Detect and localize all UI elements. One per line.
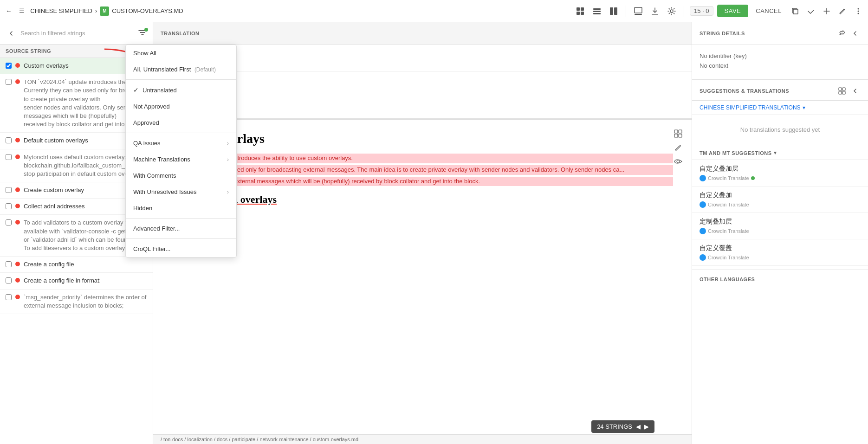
breadcrumb: CHINESE SIMPLIFIED › M CUSTOM-OVERLAYS.M… [30,6,183,16]
string-checkbox[interactable] [6,154,12,160]
dropdown-item-untranslated[interactable]: ✓ Untranslated [126,82,236,98]
edit-preview-button[interactable] [672,142,684,154]
string-checkbox[interactable] [6,63,12,69]
lang-filter-label[interactable]: CHINESE SIMPLIFIED TRANSLATIONS ▾ [700,104,861,111]
string-checkbox[interactable] [6,187,12,193]
dropdown-item-hidden[interactable]: Hidden [126,200,236,216]
save-button[interactable]: SAVE [717,5,749,17]
breadcrumb-filename[interactable]: CUSTOM-OVERLAYS.MD [112,7,183,14]
suggestions-section: SUGGESTIONS & TRANSLATIONS CHINESE SIMPL… [692,80,868,444]
tm-suggestion-3[interactable]: 定制叠加层 Crowdin Translate [692,213,868,239]
svg-point-15 [858,10,859,12]
svg-point-22 [677,160,680,163]
highlighted-paragraph: TON v2024.04 update introduces the abili… [172,154,673,163]
dropdown-item-machine-translations[interactable]: Machine Translations › [126,151,236,167]
tm-suggestion-4[interactable]: 自定义覆盖 Crowdin Translate [692,239,868,266]
more-button[interactable] [852,5,864,17]
strings-count-badge: 24 STRINGS ◀ ▶ [591,420,654,433]
dropdown-item-with-unresolved[interactable]: With Unresolved Issues › [126,184,236,200]
filter-dropdown: Show All All, Untranslated First (Defaul… [125,45,237,257]
lang-filter-arrow: ▾ [803,104,805,111]
tm-title: TM AND MT SUGGESTIONS ▾ [700,150,777,156]
tm-source-name: Crowdin Translate [708,175,749,181]
copy-button[interactable] [789,5,801,17]
string-checkbox[interactable] [6,294,12,300]
crowdin-icon [700,254,706,261]
collapse-left-button[interactable] [6,28,17,39]
layout-list-button[interactable] [590,5,603,18]
tm-source: Crowdin Translate [700,175,861,181]
add-button[interactable] [821,5,833,17]
tm-suggestion-2[interactable]: 自定义叠加 Crowdin Translate [692,187,868,213]
highlighted-paragraph-2: Currently they can be used only for broa… [172,165,673,175]
string-checkbox[interactable] [6,203,12,209]
string-item[interactable]: Create a config file [0,257,153,273]
filter-active-dot [144,28,148,32]
svg-rect-13 [793,9,798,14]
view-button[interactable] [672,155,684,167]
svg-rect-3 [581,12,584,15]
grid-view-button[interactable] [672,128,684,140]
string-indicator [15,278,20,283]
prev-string-button[interactable]: ◀ [636,423,641,430]
string-text: Create a config file [24,260,74,269]
layout-split-button[interactable] [607,5,620,18]
string-checkbox[interactable] [6,261,12,267]
main-layout: SOURCE STRING Custom overlays TON `v2024… [0,22,868,444]
string-indicator [15,262,20,266]
layout-grid-button[interactable] [574,5,587,18]
suggestions-header: SUGGESTIONS & TRANSLATIONS [692,80,868,101]
collapse-right-button[interactable] [849,28,861,39]
next-string-button[interactable]: ▶ [644,423,649,430]
preview-toolbar [672,128,684,167]
svg-point-16 [858,13,859,14]
dropdown-item-qa-issues[interactable]: QA issues › [126,135,236,151]
tm-source-name: Crowdin Translate [708,228,749,234]
dropdown-item-advanced-filter[interactable]: Advanced Filter... [126,220,236,237]
download-button[interactable] [648,5,661,18]
expand-suggestions-button[interactable] [836,85,848,97]
dropdown-item-approved[interactable]: Approved [126,115,236,131]
string-checkbox[interactable] [6,277,12,283]
svg-rect-10 [635,14,642,15]
breadcrumb-language[interactable]: CHINESE SIMPLIFIED [30,7,92,14]
back-button[interactable]: ← [4,6,13,16]
search-input[interactable] [20,30,134,37]
check-icon: ✓ [133,86,139,94]
dropdown-item-show-all[interactable]: Show All [126,45,236,61]
svg-rect-23 [839,88,842,90]
string-item[interactable]: `msg_sender_priority` determines the ord… [0,290,153,314]
tm-source-name: Crowdin Translate [708,255,749,260]
string-item[interactable]: Create a config file in format: [0,273,153,289]
string-indicator [15,220,20,225]
dropdown-item-not-approved[interactable]: Not Approved [126,98,236,115]
dropdown-label: CroQL Filter... [133,245,229,252]
string-text: Create a config file in format: [24,277,101,285]
string-indicator [15,295,20,299]
collapse-suggestions-button[interactable] [849,85,861,97]
tm-suggestion-1[interactable]: 自定义叠加层 Crowdin Translate [692,160,868,187]
cancel-button[interactable]: CANCEL [752,5,785,17]
lang-filter[interactable]: CHINESE SIMPLIFIED TRANSLATIONS ▾ [692,101,868,115]
edit-button[interactable] [836,5,849,17]
string-text: Default custom overlays [24,136,88,145]
check-button[interactable] [805,5,817,17]
string-count: 15 · 0 [690,6,713,16]
dropdown-item-croql-filter[interactable]: CroQL Filter... [126,241,236,257]
tm-source: Crowdin Translate [700,201,861,208]
string-checkbox[interactable] [6,219,12,225]
menu-button[interactable]: ☰ [17,6,26,16]
settings-button[interactable] [665,5,678,18]
svg-rect-19 [679,130,682,133]
dropdown-divider [126,79,236,80]
pin-button[interactable] [836,28,848,39]
filter-button[interactable] [138,29,147,38]
string-checkbox[interactable] [6,79,12,85]
svg-rect-8 [614,7,617,15]
dropdown-item-with-comments[interactable]: With Comments [126,167,236,184]
submenu-arrow: › [227,140,229,147]
string-checkbox[interactable] [6,137,12,143]
dropdown-item-all-untranslated-first[interactable]: All, Untranslated First (Default) [126,61,236,77]
tm-text: 自定义叠加 [700,191,861,199]
upload-button[interactable] [632,5,645,18]
